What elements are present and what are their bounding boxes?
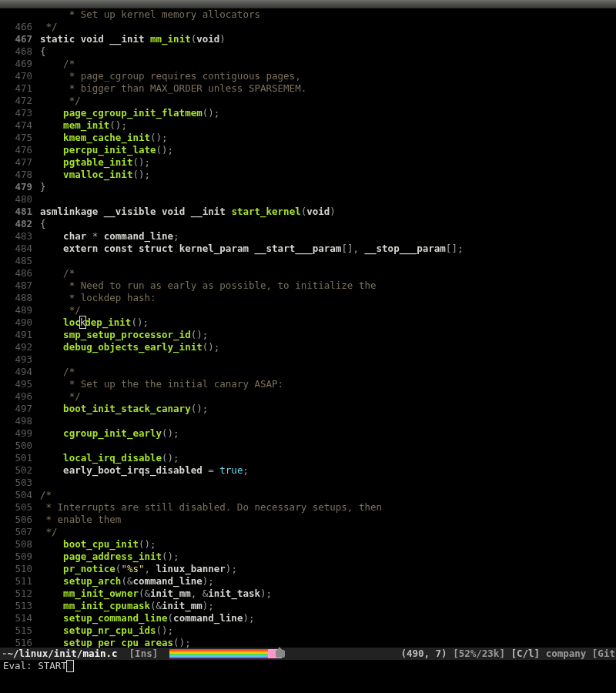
code-content[interactable]: page_cgroup_init_flatmem();: [40, 107, 616, 119]
code-line[interactable]: 470 * page_cgroup requires contiguous pa…: [0, 70, 616, 82]
code-line[interactable]: 503: [0, 477, 616, 489]
code-content[interactable]: * enable them: [40, 514, 616, 526]
code-content[interactable]: lockdep_init();: [40, 316, 616, 329]
code-line[interactable]: 494 /*: [0, 366, 616, 378]
code-line[interactable]: 481asmlinkage __visible void __init star…: [0, 206, 616, 218]
code-line[interactable]: 467static void __init mm_init(void): [0, 33, 616, 45]
code-content[interactable]: [40, 477, 616, 489]
code-content[interactable]: */: [40, 526, 616, 538]
minibuffer[interactable]: Eval: START: [0, 660, 616, 672]
code-line[interactable]: 486 /*: [0, 267, 616, 280]
code-line[interactable]: 478 vmalloc_init();: [0, 169, 616, 181]
code-line[interactable]: 484 extern const struct kernel_param __s…: [0, 243, 616, 255]
code-line[interactable]: 496 */: [0, 390, 616, 403]
code-content[interactable]: * bigger than MAX_ORDER unless SPARSEMEM…: [40, 82, 616, 95]
code-content[interactable]: [40, 193, 616, 206]
code-line[interactable]: 495 * Set up the the initial canary ASAP…: [0, 378, 616, 390]
code-line[interactable]: 511 setup_arch(&command_line);: [0, 575, 616, 588]
code-content[interactable]: static void __init mm_init(void): [40, 33, 616, 45]
code-line[interactable]: 474 mem_init();: [0, 119, 616, 132]
code-line[interactable]: 477 pgtable_init();: [0, 156, 616, 169]
code-content[interactable]: setup_arch(&command_line);: [40, 575, 616, 588]
code-content[interactable]: smp_setup_processor_id();: [40, 329, 616, 341]
code-content[interactable]: * page_cgroup requires contiguous pages,: [40, 70, 616, 82]
code-line[interactable]: 505 * Interrupts are still disabled. Do …: [0, 501, 616, 514]
code-editor[interactable]: * Set up kernel memory allocators466 */4…: [0, 8, 616, 672]
code-line[interactable]: 490 lockdep_init();: [0, 316, 616, 329]
code-content[interactable]: page_address_init();: [40, 551, 616, 563]
code-line[interactable]: 491 smp_setup_processor_id();: [0, 329, 616, 341]
code-line[interactable]: 498: [0, 415, 616, 427]
code-line[interactable]: 507 */: [0, 526, 616, 538]
code-content[interactable]: mem_init();: [40, 119, 616, 132]
minibuffer-input[interactable]: START: [38, 660, 67, 672]
code-line[interactable]: 514 setup_command_line(command_line);: [0, 612, 616, 624]
code-content[interactable]: kmem_cache_init();: [40, 132, 616, 144]
code-content[interactable]: */: [40, 21, 616, 33]
code-line[interactable]: 509 page_address_init();: [0, 551, 616, 563]
code-line[interactable]: 483 char * command_line;: [0, 230, 616, 243]
code-content[interactable]: [40, 353, 616, 366]
code-content[interactable]: */: [40, 95, 616, 107]
code-line[interactable]: 489 */: [0, 304, 616, 316]
code-content[interactable]: * lockdep hash:: [40, 292, 616, 304]
code-line[interactable]: 472 */: [0, 95, 616, 107]
code-line[interactable]: 513 mm_init_cpumask(&init_mm);: [0, 600, 616, 612]
code-line[interactable]: 512 mm_init_owner(&init_mm, &init_task);: [0, 588, 616, 600]
code-content[interactable]: local_irq_disable();: [40, 452, 616, 464]
code-content[interactable]: char * command_line;: [40, 230, 616, 243]
code-content[interactable]: * Set up the the initial canary ASAP:: [40, 378, 616, 390]
code-content[interactable]: boot_init_stack_canary();: [40, 403, 616, 415]
code-content[interactable]: */: [40, 390, 616, 403]
code-content[interactable]: percpu_init_late();: [40, 144, 616, 156]
code-line[interactable]: 487 * Need to run as early as possible, …: [0, 280, 616, 292]
code-line[interactable]: 502 early_boot_irqs_disabled = true;: [0, 464, 616, 477]
code-content[interactable]: boot_cpu_init();: [40, 538, 616, 551]
code-content[interactable]: cgroup_init_early();: [40, 427, 616, 440]
code-line[interactable]: 508 boot_cpu_init();: [0, 538, 616, 551]
code-content[interactable]: */: [40, 304, 616, 316]
code-content[interactable]: /*: [40, 267, 616, 280]
code-line[interactable]: 488 * lockdep hash:: [0, 292, 616, 304]
code-content[interactable]: mm_init_owner(&init_mm, &init_task);: [40, 588, 616, 600]
code-line[interactable]: 475 kmem_cache_init();: [0, 132, 616, 144]
code-line[interactable]: 493: [0, 353, 616, 366]
code-line[interactable]: 469 /*: [0, 58, 616, 70]
code-line[interactable]: * Set up kernel memory allocators: [0, 8, 616, 21]
code-content[interactable]: vmalloc_init();: [40, 169, 616, 181]
code-content[interactable]: * Need to run as early as possible, to i…: [40, 280, 616, 292]
code-line[interactable]: 504/*: [0, 489, 616, 501]
code-line[interactable]: 479}: [0, 181, 616, 193]
code-content[interactable]: [40, 440, 616, 452]
code-content[interactable]: asmlinkage __visible void __init start_k…: [40, 206, 616, 218]
code-content[interactable]: {: [40, 45, 616, 58]
code-line[interactable]: 480: [0, 193, 616, 206]
code-content[interactable]: {: [40, 218, 616, 230]
code-line[interactable]: 497 boot_init_stack_canary();: [0, 403, 616, 415]
code-line[interactable]: 476 percpu_init_late();: [0, 144, 616, 156]
code-content[interactable]: /*: [40, 489, 616, 501]
code-line[interactable]: 506 * enable them: [0, 514, 616, 526]
code-line[interactable]: 473 page_cgroup_init_flatmem();: [0, 107, 616, 119]
code-content[interactable]: pr_notice("%s", linux_banner);: [40, 563, 616, 575]
code-content[interactable]: pgtable_init();: [40, 156, 616, 169]
code-content[interactable]: /*: [40, 366, 616, 378]
code-line[interactable]: 482{: [0, 218, 616, 230]
code-content[interactable]: [40, 415, 616, 427]
code-line[interactable]: 468{: [0, 45, 616, 58]
code-content[interactable]: mm_init_cpumask(&init_mm);: [40, 600, 616, 612]
code-line[interactable]: 499 cgroup_init_early();: [0, 427, 616, 440]
code-content[interactable]: setup_command_line(command_line);: [40, 612, 616, 624]
code-content[interactable]: [40, 255, 616, 267]
code-line[interactable]: 471 * bigger than MAX_ORDER unless SPARS…: [0, 82, 616, 95]
code-content[interactable]: /*: [40, 58, 616, 70]
code-line[interactable]: 466 */: [0, 21, 616, 33]
code-line[interactable]: 492 debug_objects_early_init();: [0, 341, 616, 353]
code-line[interactable]: 510 pr_notice("%s", linux_banner);: [0, 563, 616, 575]
window-titlebar[interactable]: [0, 0, 616, 8]
code-content[interactable]: debug_objects_early_init();: [40, 341, 616, 353]
code-content[interactable]: extern const struct kernel_param __start…: [40, 243, 616, 255]
code-line[interactable]: 485: [0, 255, 616, 267]
code-line[interactable]: 501 local_irq_disable();: [0, 452, 616, 464]
code-content[interactable]: * Interrupts are still disabled. Do nece…: [40, 501, 616, 514]
